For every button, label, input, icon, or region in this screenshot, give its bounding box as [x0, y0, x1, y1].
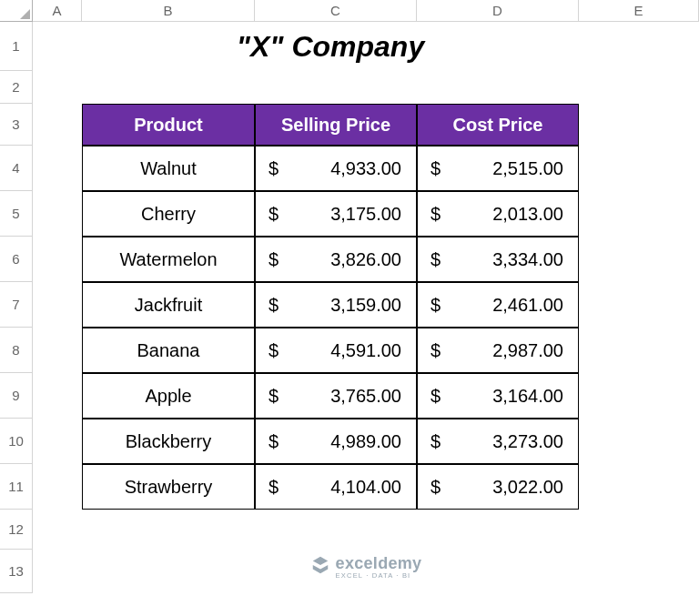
row-header-11[interactable]: 11: [0, 464, 33, 510]
watermark: exceldemy EXCEL · DATA · BI: [33, 550, 699, 593]
cell-product[interactable]: Watermelon: [82, 237, 255, 282]
cell-selling[interactable]: $4,933.00: [255, 146, 417, 191]
cell-product[interactable]: Blackberry: [82, 419, 255, 464]
spreadsheet-grid: A B C D E 1 2 3 4 5 6 7 8 9 10 11 12 13 …: [0, 0, 699, 593]
cell-value: 4,989.00: [330, 431, 401, 452]
cell-selling[interactable]: $4,989.00: [255, 419, 417, 464]
currency-symbol: $: [268, 249, 279, 270]
row-header-5[interactable]: 5: [0, 191, 33, 237]
cell-value: 3,175.00: [330, 204, 401, 225]
currency-symbol: $: [268, 340, 279, 361]
currency-symbol: $: [268, 386, 279, 407]
cell-cost[interactable]: $3,273.00: [417, 419, 579, 464]
currency-symbol: $: [431, 249, 441, 270]
currency-symbol: $: [268, 204, 279, 225]
table-header-selling[interactable]: Selling Price: [255, 104, 417, 146]
row-header-7[interactable]: 7: [0, 282, 33, 328]
currency-symbol: $: [431, 431, 441, 452]
cell-product[interactable]: Apple: [82, 373, 255, 419]
cell-cost[interactable]: $2,987.00: [417, 328, 579, 373]
row-header-9[interactable]: 9: [0, 373, 33, 419]
cell-selling[interactable]: $4,591.00: [255, 328, 417, 373]
currency-symbol: $: [431, 204, 441, 225]
col-header-B[interactable]: B: [82, 0, 255, 22]
cell-cost[interactable]: $3,334.00: [417, 237, 579, 282]
row-header-12[interactable]: 12: [0, 510, 33, 550]
cell-product[interactable]: Cherry: [82, 191, 255, 237]
cell-value: 2,461.00: [492, 295, 563, 316]
row-header-13[interactable]: 13: [0, 550, 33, 593]
cell-value: 3,159.00: [330, 295, 401, 316]
cell-value: 4,591.00: [330, 340, 401, 361]
cell-value: 3,164.00: [492, 386, 563, 407]
cell-value: 4,104.00: [330, 477, 401, 498]
select-all-corner[interactable]: [0, 0, 33, 22]
page-title[interactable]: "X" Company: [82, 22, 579, 71]
logo-icon: [310, 555, 330, 575]
currency-symbol: $: [431, 295, 441, 316]
cell-value: 2,987.00: [492, 340, 563, 361]
cell-product[interactable]: Strawberry: [82, 464, 255, 510]
watermark-sub: EXCEL · DATA · BI: [336, 572, 422, 580]
row-header-4[interactable]: 4: [0, 146, 33, 191]
cell-cost[interactable]: $2,515.00: [417, 146, 579, 191]
cell-cost[interactable]: $2,013.00: [417, 191, 579, 237]
cell-value: 2,515.00: [492, 158, 563, 179]
currency-symbol: $: [268, 158, 279, 179]
col-header-A[interactable]: A: [33, 0, 82, 22]
currency-symbol: $: [431, 386, 441, 407]
cell-value: 3,022.00: [492, 477, 563, 498]
cell-selling[interactable]: $3,175.00: [255, 191, 417, 237]
cell-product[interactable]: Jackfruit: [82, 282, 255, 328]
cell-cost[interactable]: $2,461.00: [417, 282, 579, 328]
cell-value: 3,334.00: [492, 249, 563, 270]
row-header-3[interactable]: 3: [0, 104, 33, 146]
currency-symbol: $: [431, 477, 441, 498]
currency-symbol: $: [268, 477, 279, 498]
cell-value: 4,933.00: [330, 158, 401, 179]
col-header-C[interactable]: C: [255, 0, 417, 22]
cell-value: 3,826.00: [330, 249, 401, 270]
table-header-product[interactable]: Product: [82, 104, 255, 146]
row-header-6[interactable]: 6: [0, 237, 33, 282]
cell-selling[interactable]: $3,159.00: [255, 282, 417, 328]
cell-cost[interactable]: $3,164.00: [417, 373, 579, 419]
row-header-1[interactable]: 1: [0, 22, 33, 71]
col-header-D[interactable]: D: [417, 0, 579, 22]
cell-selling[interactable]: $4,104.00: [255, 464, 417, 510]
watermark-main: exceldemy: [336, 555, 422, 571]
currency-symbol: $: [268, 431, 279, 452]
currency-symbol: $: [431, 340, 441, 361]
currency-symbol: $: [431, 158, 441, 179]
cell-product[interactable]: Walnut: [82, 146, 255, 191]
table-header-cost[interactable]: Cost Price: [417, 104, 579, 146]
currency-symbol: $: [268, 295, 279, 316]
row-header-8[interactable]: 8: [0, 328, 33, 373]
cell-selling[interactable]: $3,765.00: [255, 373, 417, 419]
row-header-2[interactable]: 2: [0, 71, 33, 104]
row-header-10[interactable]: 10: [0, 419, 33, 464]
cell-cost[interactable]: $3,022.00: [417, 464, 579, 510]
cell-value: 3,765.00: [330, 386, 401, 407]
cell-value: 3,273.00: [492, 431, 563, 452]
cell-value: 2,013.00: [492, 204, 563, 225]
cell-selling[interactable]: $3,826.00: [255, 237, 417, 282]
col-header-E[interactable]: E: [579, 0, 699, 22]
cell-product[interactable]: Banana: [82, 328, 255, 373]
